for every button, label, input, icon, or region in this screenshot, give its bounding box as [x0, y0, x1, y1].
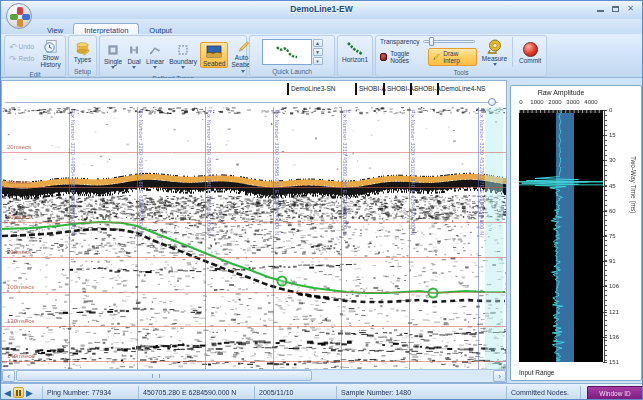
ribbon-group-setup: Types Setup	[68, 35, 97, 77]
pause-button[interactable]	[13, 387, 24, 398]
redo-icon: ↷	[9, 55, 17, 63]
history-icon	[43, 39, 58, 54]
amplitude-y-tick: 60	[609, 208, 616, 214]
horizon-list-down-button[interactable]: ▼	[313, 48, 323, 56]
measure-tape-icon	[487, 40, 503, 55]
app-menu-button[interactable]	[6, 3, 32, 29]
undo-icon: ↶	[9, 43, 17, 51]
amplitude-y-tick: 75	[609, 233, 616, 239]
amplitude-y-tick: 121	[609, 309, 619, 315]
dual-icon	[127, 43, 141, 58]
show-history-button[interactable]: Show History	[38, 37, 63, 69]
horizon-list[interactable]	[262, 39, 312, 65]
time-gridline: 100msecs	[2, 292, 506, 293]
linear-icon	[148, 43, 162, 58]
measure-button[interactable]: Measure	[480, 38, 510, 66]
date-field: 2005/11/10	[255, 386, 337, 400]
linear-button[interactable]: Linear	[144, 41, 166, 69]
amplitude-x-tick: 1000	[530, 99, 543, 105]
time-gridline: 140msecs	[2, 361, 506, 362]
horizon1-icon	[345, 41, 365, 56]
transparency-label: Transparency	[380, 38, 420, 45]
seabed-button[interactable]: Seabed	[200, 42, 228, 68]
auto-seabed-dropdown-caret[interactable]	[241, 70, 245, 73]
single-dropdown-caret[interactable]	[111, 66, 115, 69]
horizon-list-up-button[interactable]: ▲	[313, 39, 323, 47]
toggle-nodes-icon	[380, 53, 387, 61]
transparency-slider[interactable]	[423, 40, 475, 43]
time-gridline: 40msecs	[2, 187, 506, 188]
seismic-image[interactable]	[2, 107, 506, 369]
minimize-button[interactable]	[597, 10, 604, 12]
horizontal-scrollbar[interactable]: ‹ ›	[2, 369, 506, 382]
ribbon-group-defined-types: Single Dual Linear	[99, 35, 247, 77]
amplitude-y-tick: 136	[609, 334, 619, 340]
status-bar: ◀ ▶ Ping Number: 77934 450705.280 E 6284…	[1, 383, 643, 400]
ribbon-group-horizon: Horizon1	[337, 35, 373, 77]
ribbon: ↶ Undo ↷ Redo Show History Edit	[1, 34, 642, 78]
toggle-nodes-button[interactable]: Toggle Nodes	[390, 50, 425, 64]
horizon-item-icon	[274, 43, 300, 61]
time-gridline: 80msecs	[2, 257, 506, 258]
seismic-panel: DemoLine3-SNSHOBI-ASHOBI-A-SHOBI-ADemoLi…	[1, 80, 507, 383]
play-backward-button[interactable]: ◀	[4, 388, 11, 398]
undo-button[interactable]: ↶ Undo	[7, 42, 36, 52]
seismic-view[interactable]: 20msecs40msecs60msecs80msecs100msecs120m…	[2, 107, 506, 369]
title-bar: DemoLine1-EW ✕	[1, 1, 642, 19]
amplitude-x-tick: 3000	[566, 99, 579, 105]
horizon1-button[interactable]: Horizon1	[340, 39, 370, 63]
scroll-right-button[interactable]: ›	[493, 370, 506, 382]
measure-dropdown-caret[interactable]	[493, 63, 497, 66]
amplitude-y-tick: 151	[609, 359, 619, 365]
horizon-list-more-button[interactable]: ▾	[313, 57, 323, 65]
fix-number-line: Fix Number 3300 450595.050 E 6284564.000…	[273, 107, 274, 369]
ribbon-group-tools: Transparency Toggle Nodes Draw Interp	[375, 35, 547, 77]
linear-dropdown-caret[interactable]	[153, 66, 157, 69]
boundary-button[interactable]: Boundary	[167, 41, 199, 69]
commit-button[interactable]: Commit	[516, 40, 544, 64]
maximize-button[interactable]	[612, 6, 619, 12]
amplitude-x-tick: 4000	[584, 99, 597, 105]
crossing-line-label: SHOBI-A	[355, 83, 386, 95]
crossing-line-label: DemoLine3-SN	[287, 83, 335, 95]
draw-interp-button[interactable]: Draw Interp	[428, 48, 476, 66]
scrollbar-thumb[interactable]	[16, 370, 312, 381]
amplitude-y-axis-labels: 0153045607591106121136151	[609, 110, 631, 362]
crossing-lines-strip: DemoLine3-SNSHOBI-ASHOBI-A-SHOBI-ADemoLi…	[2, 81, 506, 97]
types-icon	[75, 41, 90, 56]
amplitude-x-axis: 01000200030004000	[519, 99, 609, 108]
fix-number-line: Fix Number 3290 450384.880 E 6284562.000…	[205, 107, 206, 369]
boundary-dropdown-caret[interactable]	[181, 66, 185, 69]
commit-icon	[523, 42, 538, 57]
ribbon-group-quick-launch: ▲ ▼ ▾ Quick Launch	[249, 35, 335, 77]
slider-thumb[interactable]	[488, 98, 496, 106]
dual-button[interactable]: Dual	[125, 41, 143, 69]
dual-dropdown-caret[interactable]	[132, 66, 136, 69]
committed-nodes-field: Committed Nodes.	[507, 386, 581, 400]
fix-number-line: Fix Number 3330 451239.070 E 6284590.000…	[478, 107, 479, 369]
crossing-line-label: DemoLine4-NS	[437, 83, 485, 95]
window-id-button[interactable]: Window ID	[587, 386, 643, 400]
time-gridline: 120msecs	[2, 326, 506, 327]
application-window: DemoLine1-EW ✕ ViewInterpretationOutput …	[0, 0, 643, 400]
transparency-slider-thumb[interactable]	[429, 37, 434, 46]
amplitude-title: Raw Amplitude	[511, 89, 611, 96]
group-label-setup: Setup	[69, 67, 96, 76]
amplitude-y-tick: 15	[609, 132, 616, 138]
redo-button[interactable]: ↷ Redo	[7, 54, 36, 64]
amplitude-y-tick: 0	[609, 107, 612, 113]
window-title: DemoLine1-EW	[1, 4, 642, 14]
amplitude-x-tick: 2000	[548, 99, 561, 105]
group-label-tools: Tools	[376, 68, 546, 77]
scroll-left-button[interactable]: ‹	[2, 370, 15, 382]
fix-number-line: Fix Number 3320 451023.940 E 6284580.500…	[409, 107, 410, 369]
amplitude-x-tick: 0	[519, 99, 522, 105]
single-button[interactable]: Single	[102, 41, 124, 69]
amplitude-trace-plot[interactable]	[519, 110, 603, 362]
ping-position-slider[interactable]	[2, 97, 506, 107]
fix-number-line: Fix Number 3280 450166.180 E 6284566.000…	[137, 107, 138, 369]
amplitude-y-tick: 45	[609, 183, 616, 189]
play-forward-button[interactable]: ▶	[26, 388, 33, 398]
types-button[interactable]: Types	[71, 39, 94, 63]
close-button[interactable]: ✕	[627, 5, 634, 13]
